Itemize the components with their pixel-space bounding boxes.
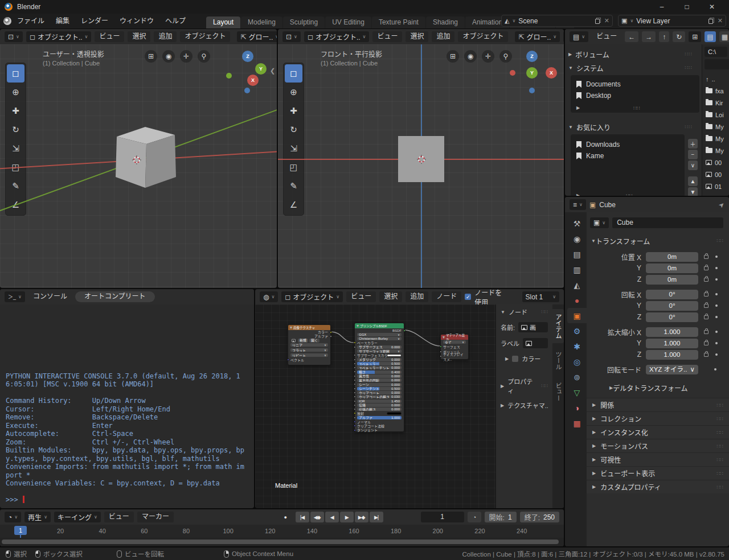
- bookmark-options-button[interactable]: ∨: [688, 160, 698, 170]
- node-name-field[interactable]: 画: [518, 322, 548, 332]
- slider-シーン[interactable]: シーン0.000: [357, 383, 402, 386]
- delete-scene-icon[interactable]: ✕: [604, 17, 609, 24]
- unlock-icon[interactable]: [704, 315, 708, 319]
- input-socket[interactable]: [354, 354, 356, 356]
- nav-up-icon[interactable]: ↑: [659, 31, 669, 42]
- editor-type-selector[interactable]: ≡∨: [570, 199, 586, 210]
- annotate-tool-icon[interactable]: ✎: [7, 177, 24, 195]
- panel-カスタムプロパティ[interactable]: ▶カスタムプロパティ∷∷: [587, 480, 729, 493]
- editor-type-selector[interactable]: ◔∨: [5, 512, 21, 522]
- copy-view-layer-icon[interactable]: [708, 19, 713, 24]
- axis-gizmo-y[interactable]: Y: [255, 63, 267, 75]
- dropdown-リピート[interactable]: リピート∨: [290, 353, 328, 357]
- file-entry[interactable]: 01: [702, 180, 729, 192]
- workspace-tab-UV Editing[interactable]: UV Editing: [325, 17, 371, 28]
- zoom-icon[interactable]: ⚲: [499, 50, 512, 63]
- slider-サブサーフェス[interactable]: サブサーフェス0.000: [357, 345, 402, 349]
- panel-node-header[interactable]: ▼ノード∷∷: [496, 304, 552, 319]
- animate-dot-icon[interactable]: [715, 267, 718, 269]
- menu-ウィンドウ[interactable]: ウィンドウ: [114, 14, 159, 28]
- viewport-menu-ビュー[interactable]: ビュー: [372, 31, 402, 42]
- input-socket[interactable]: [354, 429, 356, 431]
- unlock-icon[interactable]: [704, 330, 708, 334]
- mode-selector[interactable]: ◻オブジェクト..∨: [26, 31, 92, 42]
- node-principled-bsdf[interactable]: ▾プリンシプルBSDFBSDFGGX∨Christensen-Burley∨ベー…: [354, 323, 404, 432]
- slider-異方性の回転[interactable]: 異方性の回転0.000: [357, 378, 402, 382]
- node-label-field[interactable]: [523, 338, 548, 348]
- input-socket[interactable]: [354, 363, 356, 365]
- input-socket[interactable]: [354, 346, 356, 348]
- node-material-output[interactable]: ▾マテリアル出力全て∨サーフェスボリュームディスプレイスメ..: [440, 334, 469, 360]
- input-socket[interactable]: [440, 351, 442, 353]
- panel-color[interactable]: ▶カラー: [496, 351, 552, 366]
- slider-スペキュラーチント[interactable]: スペキュラーチント0.000: [357, 366, 402, 369]
- color-swatch[interactable]: [387, 354, 402, 357]
- cube-object[interactable]: [105, 122, 181, 193]
- start-frame-field[interactable]: 開始:1: [485, 512, 517, 522]
- current-frame-badge[interactable]: 1: [14, 526, 27, 535]
- file-entry[interactable]: ↑..: [702, 73, 729, 85]
- display-mode-list-icon[interactable]: ▤: [705, 31, 715, 42]
- panel-transform-header[interactable]: ▼ トランスフォーム∷∷: [587, 235, 729, 246]
- input-socket[interactable]: [354, 408, 356, 410]
- proportional-edit-selector[interactable]: ◉∨: [563, 31, 564, 42]
- input-socket[interactable]: [354, 359, 356, 361]
- unlock-icon[interactable]: [704, 255, 708, 259]
- viewport-1-canvas[interactable]: ユーザー・透視投影(1) Collection | Cube◻⊕✚↻⇲◰✎∠⊞◉…: [0, 44, 277, 288]
- maximize-button[interactable]: □: [674, 0, 699, 14]
- path-field[interactable]: C:\: [705, 47, 727, 57]
- transform-value-field[interactable]: 1.000: [646, 327, 698, 337]
- animate-dot-icon[interactable]: [715, 342, 718, 344]
- transform-value-field[interactable]: 0°: [646, 312, 698, 322]
- unlock-icon[interactable]: [704, 353, 708, 357]
- menu-ファイル[interactable]: ファイル: [11, 14, 50, 28]
- input-socket[interactable]: [354, 421, 356, 423]
- slider-伝播[interactable]: 伝播0.000: [357, 403, 402, 407]
- file-entry[interactable]: Loi: [702, 109, 729, 121]
- editor-type-selector[interactable]: ⊡∨: [282, 31, 301, 42]
- viewport-menu-オブジェクト[interactable]: オブジェクト: [458, 31, 508, 42]
- camera-view-icon[interactable]: ◉: [464, 50, 477, 63]
- delete-view-layer-icon[interactable]: ✕: [718, 17, 723, 24]
- file-entry[interactable]: My: [702, 121, 729, 133]
- file-entry[interactable]: 00: [702, 157, 729, 168]
- timeline-scrollbar[interactable]: [0, 538, 564, 546]
- input-socket[interactable]: [354, 425, 356, 427]
- node-menu-ノード[interactable]: ノード: [432, 291, 461, 302]
- panel-favorites[interactable]: ▼お気に入り∷∷: [568, 121, 693, 133]
- transform-value-field[interactable]: 0m: [646, 263, 698, 273]
- shader-type-selector[interactable]: ◻オブジェクト∨: [281, 291, 343, 302]
- animate-dot-icon[interactable]: [715, 293, 718, 295]
- timeline-menu-ビュー[interactable]: ビュー: [104, 512, 134, 522]
- panel-可視性[interactable]: ▶可視性∷∷: [587, 452, 729, 466]
- axis-gizmo-dot[interactable]: [529, 88, 535, 93]
- panel-モーションパス[interactable]: ▶モーションパス∷∷: [587, 439, 729, 452]
- rotate-tool-icon[interactable]: ↻: [285, 121, 302, 139]
- color-checkbox[interactable]: [512, 356, 518, 362]
- axis-gizmo-dot[interactable]: [510, 70, 515, 76]
- file-browser-menu[interactable]: ビュー: [592, 31, 621, 42]
- timeline-menu-マーカー[interactable]: マーカー: [137, 512, 174, 522]
- file-entry[interactable]: My: [702, 145, 729, 157]
- output-socket[interactable]: [330, 335, 332, 337]
- input-socket[interactable]: [354, 367, 356, 369]
- slider-粗さ[interactable]: 粗さ0.400: [357, 370, 402, 374]
- transform-value-field[interactable]: 0°: [646, 290, 698, 299]
- transform-value-field[interactable]: 0m: [646, 252, 698, 262]
- bookmark-item-Downloads[interactable]: Downloads: [571, 139, 685, 150]
- panel-texture-mapping[interactable]: ▶テクスチャマ..: [496, 398, 552, 413]
- input-socket[interactable]: [354, 379, 356, 381]
- scale-tool-icon[interactable]: ⇲: [285, 139, 302, 158]
- unlock-icon[interactable]: [704, 293, 708, 297]
- panel-system[interactable]: ▼システム∷∷: [568, 61, 693, 74]
- input-socket[interactable]: [354, 392, 356, 394]
- select-GGX[interactable]: GGX∨: [357, 333, 402, 336]
- input-socket[interactable]: [354, 375, 356, 377]
- pan-hand-icon[interactable]: ✛: [180, 50, 193, 63]
- jump-first-button[interactable]: |◀: [296, 512, 309, 522]
- rotate-tool-icon[interactable]: ↻: [7, 121, 24, 139]
- orientation-selector[interactable]: ⇱グロー..∨: [237, 31, 277, 42]
- slider-クリアコートの粗さ[interactable]: クリアコートの粗さ0.030: [357, 395, 402, 398]
- panel-delta-transform[interactable]: ▶ デルタトランスフォーム: [587, 382, 729, 393]
- add-bookmark-button[interactable]: ＋: [688, 139, 698, 149]
